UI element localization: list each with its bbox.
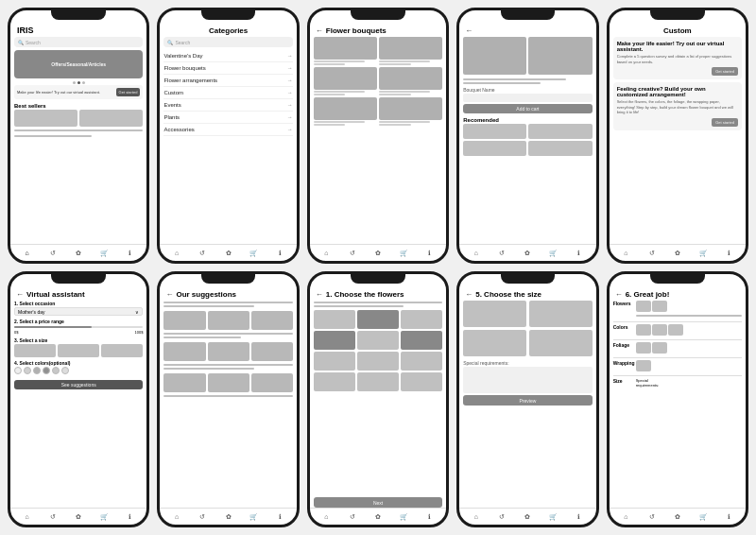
nav-cart-9[interactable]: 🛒 <box>549 512 558 522</box>
nav-refresh-4[interactable]: ↺ <box>497 249 507 258</box>
back-arrow-8[interactable]: ← <box>316 290 323 299</box>
bouquet-name-input[interactable] <box>463 94 592 102</box>
product-3[interactable] <box>314 67 377 95</box>
nav-info-9[interactable]: ℹ <box>575 512 584 522</box>
color-2[interactable] <box>24 367 31 374</box>
nav-info-7[interactable]: ℹ <box>275 512 284 522</box>
flower-10[interactable] <box>314 372 355 391</box>
cta-button[interactable]: Get started <box>116 88 141 96</box>
product-thumb-1[interactable] <box>14 110 77 127</box>
category-valentines[interactable]: Valentine's Day → <box>163 50 292 62</box>
nav-refresh-1[interactable]: ↺ <box>48 249 58 258</box>
back-arrow-9[interactable]: ← <box>465 290 472 299</box>
flower-12[interactable] <box>401 372 442 391</box>
preview-button[interactable]: Preview <box>463 395 592 406</box>
product-6[interactable] <box>379 97 442 126</box>
size-opt-4[interactable] <box>529 330 593 356</box>
product-thumb-2[interactable] <box>79 110 143 127</box>
flower-6[interactable] <box>401 331 442 350</box>
nav-flower-7[interactable]: ✿ <box>224 512 233 522</box>
flower-3[interactable] <box>401 310 442 329</box>
sugg-8[interactable] <box>208 373 249 392</box>
nav-home-8[interactable]: ⌂ <box>321 512 331 522</box>
nav-home-9[interactable]: ⌂ <box>472 512 481 522</box>
price-slider[interactable] <box>14 326 143 328</box>
nav-flower-3[interactable]: ✿ <box>373 249 383 258</box>
nav-home-3[interactable]: ⌂ <box>321 249 331 258</box>
size-opt-3[interactable] <box>463 330 526 356</box>
see-suggestions-button[interactable]: See suggestions <box>14 380 143 389</box>
sugg-9[interactable] <box>251 373 293 392</box>
size-small[interactable] <box>14 344 56 357</box>
nav-info-6[interactable]: ℹ <box>126 512 135 522</box>
nav-cart-10[interactable]: 🛒 <box>698 512 708 522</box>
product-2[interactable] <box>379 37 442 65</box>
category-custom[interactable]: Custom → <box>163 87 292 99</box>
category-events[interactable]: Events → <box>163 99 292 112</box>
back-arrow-7[interactable]: ← <box>165 290 173 299</box>
nav-refresh-8[interactable]: ↺ <box>348 512 357 522</box>
flower-7[interactable] <box>314 352 355 371</box>
search-bar-1[interactable]: 🔍 Search <box>14 37 143 47</box>
nav-flower-5[interactable]: ✿ <box>673 249 682 258</box>
nav-home-5[interactable]: ⌂ <box>621 249 630 258</box>
rec-item-3[interactable] <box>463 141 526 156</box>
nav-cart-8[interactable]: 🛒 <box>399 512 408 522</box>
sugg-4[interactable] <box>163 342 205 361</box>
nav-info-2[interactable]: ℹ <box>275 249 284 258</box>
flower-9[interactable] <box>401 352 442 371</box>
color-5[interactable] <box>52 367 60 374</box>
next-button[interactable]: Next <box>314 497 442 508</box>
nav-home-10[interactable]: ⌂ <box>621 512 630 522</box>
size-opt-1[interactable] <box>463 301 526 327</box>
nav-refresh-7[interactable]: ↺ <box>198 512 207 522</box>
nav-home-7[interactable]: ⌂ <box>172 512 181 522</box>
product-4[interactable] <box>379 67 442 95</box>
flower-11[interactable] <box>357 372 399 391</box>
nav-cart-2[interactable]: 🛒 <box>249 249 259 258</box>
nav-flower-8[interactable]: ✿ <box>373 512 383 522</box>
nav-info-5[interactable]: ℹ <box>724 249 733 258</box>
color-6[interactable] <box>61 367 69 374</box>
sugg-6[interactable] <box>251 342 293 361</box>
sugg-3[interactable] <box>251 311 293 330</box>
add-to-cart-button[interactable]: Add to cart <box>463 104 592 113</box>
nav-refresh-9[interactable]: ↺ <box>497 512 507 522</box>
nav-info-3[interactable]: ℹ <box>425 249 435 258</box>
nav-cart-3[interactable]: 🛒 <box>399 249 408 258</box>
nav-cart-4[interactable]: 🛒 <box>549 249 558 258</box>
product-5[interactable] <box>314 97 377 126</box>
back-arrow-10[interactable]: ← <box>615 290 623 299</box>
size-opt-2[interactable] <box>529 301 593 327</box>
flower-5[interactable] <box>357 331 399 350</box>
nav-flower-6[interactable]: ✿ <box>74 512 83 522</box>
size-large[interactable] <box>101 344 143 357</box>
nav-home-4[interactable]: ⌂ <box>472 249 481 258</box>
nav-refresh-3[interactable]: ↺ <box>348 249 357 258</box>
flower-1[interactable] <box>314 310 355 329</box>
search-bar-2[interactable]: 🔍 Search <box>163 37 292 47</box>
nav-refresh-6[interactable]: ↺ <box>48 512 58 522</box>
occasion-dropdown[interactable]: Mother's day ∨ <box>14 307 143 316</box>
nav-cart-1[interactable]: 🛒 <box>99 249 109 258</box>
nav-cart-7[interactable]: 🛒 <box>249 512 259 522</box>
color-1[interactable] <box>14 367 22 374</box>
nav-info-8[interactable]: ℹ <box>425 512 435 522</box>
category-plants[interactable]: Plants → <box>163 112 292 124</box>
special-req-textarea[interactable] <box>463 367 592 393</box>
get-started-btn-2[interactable]: Get started <box>712 118 738 127</box>
product-1[interactable] <box>314 37 377 65</box>
rec-item-2[interactable] <box>528 124 592 139</box>
category-accessories[interactable]: Accessories → <box>163 124 292 136</box>
nav-flower-2[interactable]: ✿ <box>224 249 233 258</box>
color-4[interactable] <box>43 367 50 374</box>
flower-4[interactable] <box>314 331 355 350</box>
nav-info-10[interactable]: ℹ <box>724 512 733 522</box>
nav-flower-1[interactable]: ✿ <box>74 249 83 258</box>
sugg-5[interactable] <box>208 342 249 361</box>
rec-item-4[interactable] <box>528 141 592 156</box>
size-medium[interactable] <box>58 344 99 357</box>
back-arrow-3[interactable]: ← <box>316 26 323 35</box>
nav-cart-5[interactable]: 🛒 <box>698 249 708 258</box>
nav-refresh-5[interactable]: ↺ <box>647 249 657 258</box>
